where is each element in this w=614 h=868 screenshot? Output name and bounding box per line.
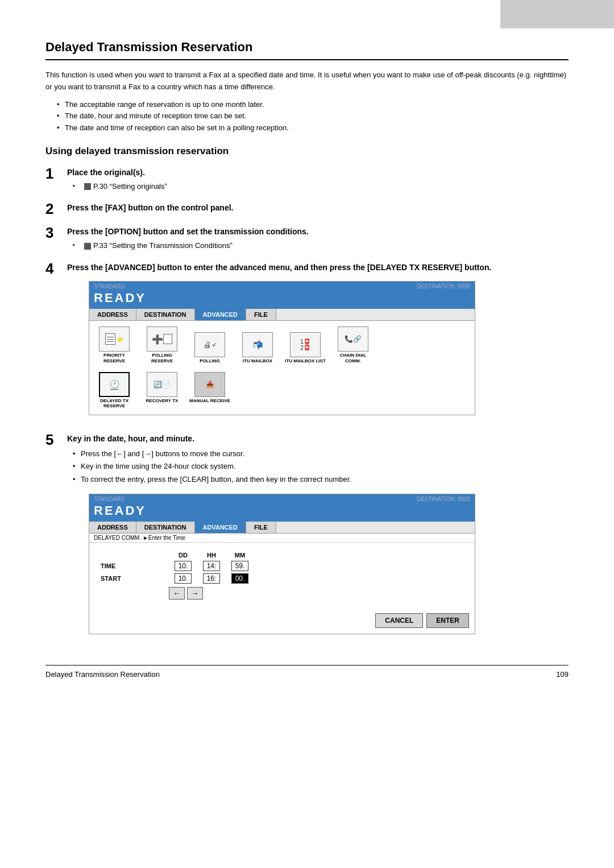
- footer-page: 109: [556, 670, 569, 679]
- itu-mailbox-label: ITU MAILBOX: [243, 358, 272, 364]
- icon-chain-dial[interactable]: 📞🔗 CHAIN DIAL COMM.: [333, 326, 374, 363]
- screen1-dest: DESTINATION: 0000: [417, 283, 470, 290]
- time-hh: 14:: [197, 561, 226, 571]
- icon-polling[interactable]: 🖨 ↙ POLLING: [189, 332, 230, 364]
- screen2-tab-address[interactable]: ADDRESS: [89, 522, 136, 533]
- start-dd: 10.: [169, 573, 197, 584]
- step-5-bullets: Press the [←] and [→] buttons to move th…: [73, 448, 569, 485]
- bullet-1: The acceptable range of reservation is u…: [57, 99, 569, 111]
- cancel-enter-row: CANCEL ENTER: [89, 609, 475, 634]
- time-mm: 59.: [226, 561, 254, 571]
- screen2-dest: DESTINATION: 0000: [417, 496, 470, 502]
- bullet-2: The date, hour and minute of reception t…: [57, 110, 569, 122]
- itu-mailbox-box[interactable]: 📬: [242, 332, 273, 357]
- screen1-icons-row2: 🕐 DELAYED TX RESERVE 🔄📄 RECOVERY TX: [89, 370, 475, 415]
- doc-icon-2: [84, 243, 91, 250]
- screen2-status: STANDARD: [94, 496, 470, 502]
- time-hh-value[interactable]: 14:: [203, 561, 220, 571]
- polling-box[interactable]: 🖨 ↙: [194, 332, 225, 357]
- polling-reserve-box[interactable]: ➕: [147, 326, 177, 352]
- tab-address[interactable]: ADDRESS: [89, 309, 136, 320]
- itu-mailbox-list-box[interactable]: 1📮 2📮: [290, 332, 321, 357]
- time-dd: 10.: [169, 561, 197, 571]
- screen2-tabs: ADDRESS DESTINATION ADVANCED FILE: [89, 522, 475, 534]
- step-5: 5 Key in the date, hour, and minute. Pre…: [45, 433, 569, 642]
- step-3-sub-1: P.33 “Setting the Transmission Condition…: [73, 240, 569, 252]
- screen2-tab-file[interactable]: FILE: [246, 522, 276, 533]
- screen1-icons-row1: ⭐ PRIORITY RESERVE ➕ POLLI: [89, 321, 475, 369]
- icon-delayed-tx-reserve[interactable]: 🕐 DELAYED TX RESERVE: [94, 372, 135, 409]
- delayed-tx-box[interactable]: 🕐: [99, 372, 130, 397]
- fax-screen-2: STANDARD DESTINATION: 0000 READY ADDRESS…: [89, 494, 475, 634]
- screen2-tab-destination[interactable]: DESTINATION: [136, 522, 195, 533]
- icon-polling-reserve[interactable]: ➕ POLLING RESERVE: [142, 326, 182, 363]
- arrow-left-button[interactable]: ←: [169, 587, 185, 600]
- footer-left: Delayed Transmission Reservation: [45, 670, 160, 679]
- arrow-right-button[interactable]: →: [187, 587, 203, 600]
- section-title: Using delayed transmission reservation: [45, 146, 569, 157]
- top-bar-graphic: [500, 0, 614, 28]
- step-4-title: Press the [ADVANCED] button to enter the…: [67, 262, 569, 274]
- step-3: 3 Press the [OPTION] button and set the …: [45, 226, 569, 251]
- itu-mailbox-list-label: ITU MAILBOX LIST: [285, 358, 326, 364]
- col-mm: MM: [226, 552, 254, 559]
- recovery-tx-box[interactable]: 🔄📄: [147, 372, 177, 397]
- cancel-button[interactable]: CANCEL: [375, 613, 423, 628]
- icon-itu-mailbox-list[interactable]: 1📮 2📮 ITU MAILBOX LIST: [285, 332, 326, 364]
- tab-destination[interactable]: DESTINATION: [136, 309, 195, 320]
- start-hh-value[interactable]: 16:: [203, 573, 220, 584]
- time-mm-value[interactable]: 59.: [231, 561, 248, 571]
- icon-priority-reserve[interactable]: ⭐ PRIORITY RESERVE: [94, 326, 135, 363]
- chain-dial-box[interactable]: 📞🔗: [338, 326, 368, 352]
- step-1: 1 Place the original(s). P.30 “Setting o…: [45, 167, 569, 192]
- step-2-title: Press the [FAX] button on the control pa…: [67, 202, 569, 214]
- start-hh: 16:: [197, 573, 226, 584]
- delayed-tx-label: DELAYED TX RESERVE: [94, 398, 135, 409]
- time-entry-area: DD HH MM TIME 10. 14: 5: [89, 543, 475, 609]
- manual-receive-label: MANUAL RECEIVE: [189, 398, 230, 404]
- screen1-ready: READY: [94, 291, 146, 305]
- start-row: START 10. 16: 00.: [101, 573, 463, 584]
- priority-reserve-box[interactable]: ⭐: [99, 326, 130, 352]
- manual-receive-box[interactable]: 📥: [194, 372, 225, 397]
- icon-itu-mailbox[interactable]: 📬 ITU MAILBOX: [237, 332, 278, 364]
- time-col-headers: DD HH MM: [101, 552, 463, 559]
- recovery-tx-label: RECOVERY TX: [146, 398, 179, 404]
- col-hh: HH: [197, 552, 226, 559]
- bullet-3: The date and time of reception can also …: [57, 122, 569, 134]
- screen2-tab-advanced[interactable]: ADVANCED: [195, 522, 247, 533]
- priority-reserve-label: PRIORITY RESERVE: [94, 353, 135, 363]
- step-1-title: Place the original(s).: [67, 167, 569, 179]
- col-dd: DD: [169, 552, 197, 559]
- time-dd-value[interactable]: 10.: [175, 561, 192, 571]
- intro-paragraph: This function is used when you want to t…: [45, 69, 569, 93]
- step-5-number: 5: [45, 432, 61, 447]
- start-dd-value[interactable]: 10.: [175, 573, 192, 584]
- start-mm-value[interactable]: 00.: [231, 573, 248, 584]
- icon-manual-receive[interactable]: 📥 MANUAL RECEIVE: [189, 372, 230, 409]
- step-5-sub-2: Key in the time using the 24-hour clock …: [73, 460, 569, 473]
- time-row: TIME 10. 14: 59.: [101, 561, 463, 571]
- step-5-sub-3: To correct the entry, press the [CLEAR] …: [73, 473, 569, 486]
- step-3-number: 3: [45, 225, 61, 240]
- screen1-tabs: ADDRESS DESTINATION ADVANCED FILE: [89, 309, 475, 321]
- step-4-number: 4: [45, 261, 61, 276]
- arrow-buttons: ← →: [101, 587, 463, 600]
- chain-dial-label: CHAIN DIAL COMM.: [333, 353, 374, 363]
- tab-file[interactable]: FILE: [246, 309, 276, 320]
- step-2: 2 Press the [FAX] button on the control …: [45, 202, 569, 216]
- step-5-sub-1: Press the [←] and [→] buttons to move th…: [73, 448, 569, 460]
- fax-screen-1: STANDARD DESTINATION: 0000 READY ADDRESS…: [89, 281, 475, 415]
- delayed-comm-bar: DELAYED COMM. ►Enter the Time: [89, 534, 475, 543]
- enter-button[interactable]: ENTER: [426, 613, 469, 628]
- step-4: 4 Press the [ADVANCED] button to enter t…: [45, 262, 569, 423]
- time-row-label: TIME: [101, 563, 169, 569]
- screen2-ready: READY: [94, 503, 146, 518]
- step-2-number: 2: [45, 201, 61, 216]
- icon-recovery-tx[interactable]: 🔄📄 RECOVERY TX: [142, 372, 182, 409]
- step-3-title: Press the [OPTION] button and set the tr…: [67, 226, 569, 238]
- tab-advanced[interactable]: ADVANCED: [195, 309, 247, 320]
- step-5-title: Key in the date, hour, and minute.: [67, 433, 569, 445]
- doc-icon: [84, 183, 91, 190]
- intro-bullets: The acceptable range of reservation is u…: [57, 99, 569, 134]
